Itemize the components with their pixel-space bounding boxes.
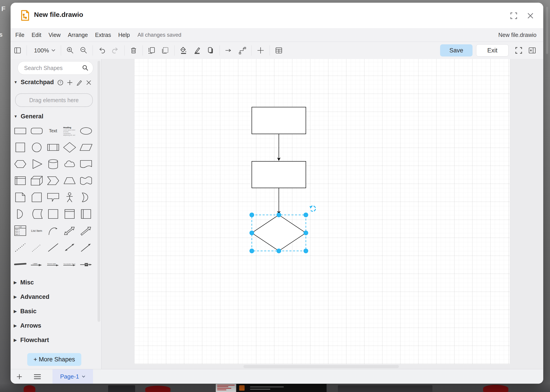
shape-directional-connector[interactable] xyxy=(78,239,94,256)
shape-list-item[interactable]: List Item xyxy=(28,222,45,239)
waypoints-icon[interactable] xyxy=(237,45,248,56)
drawing-page[interactable] xyxy=(135,59,510,364)
shape-square[interactable] xyxy=(12,139,28,156)
shape-dotted-line[interactable] xyxy=(28,239,45,256)
shadow-icon[interactable] xyxy=(205,45,216,56)
pages-menu-icon[interactable] xyxy=(32,371,43,382)
exit-button[interactable]: Exit xyxy=(476,44,508,56)
scratchpad-dropzone[interactable]: Drag elements here xyxy=(15,93,93,107)
line-color-icon[interactable] xyxy=(192,45,202,56)
flowchart-diagram[interactable] xyxy=(135,59,510,364)
shape-horizontal-container[interactable] xyxy=(78,206,94,222)
more-shapes-button[interactable]: + More Shapes xyxy=(27,353,81,366)
menu-extras[interactable]: Extras xyxy=(95,32,111,38)
shape-card[interactable] xyxy=(28,189,45,206)
shape-vertical-container[interactable] xyxy=(61,206,78,222)
shape-document[interactable] xyxy=(78,156,94,172)
section-misc[interactable]: ▶ Misc xyxy=(14,279,34,286)
menu-arrange[interactable]: Arrange xyxy=(68,32,88,38)
scratchpad-edit-icon[interactable] xyxy=(75,78,84,87)
section-arrows[interactable]: ▶ Arrows xyxy=(14,322,41,329)
shape-rounded-rectangle[interactable] xyxy=(28,122,45,139)
shape-container[interactable] xyxy=(45,206,61,222)
shape-ellipse[interactable] xyxy=(78,122,94,139)
shape-cube[interactable] xyxy=(28,172,45,189)
section-advanced[interactable]: ▶ Advanced xyxy=(14,294,49,301)
shape-text[interactable]: Text xyxy=(45,122,61,139)
menu-edit[interactable]: Edit xyxy=(32,32,41,38)
format-panel-toggle-icon[interactable] xyxy=(527,45,537,56)
flow-diamond-selected[interactable] xyxy=(252,215,306,251)
shape-note[interactable] xyxy=(12,189,28,206)
shape-trapezoid[interactable] xyxy=(61,172,78,189)
redo-icon[interactable] xyxy=(110,45,121,56)
zoom-in-icon[interactable] xyxy=(65,45,75,56)
shape-bidirectional-arrow[interactable] xyxy=(61,222,78,239)
shape-curve[interactable] xyxy=(45,222,61,239)
shape-hexagon[interactable] xyxy=(12,156,28,172)
shape-arrow-source-label[interactable]: SourceLabel xyxy=(45,256,61,272)
selection-handle-s[interactable] xyxy=(277,249,281,253)
shape-step[interactable] xyxy=(45,172,61,189)
to-back-icon[interactable] xyxy=(160,45,171,56)
shape-process[interactable] xyxy=(45,139,61,156)
shape-arrow-source-label-target[interactable]: SourceLabelTarget xyxy=(61,256,78,272)
selection-handle-ne[interactable] xyxy=(304,213,308,217)
flow-arrow-2[interactable] xyxy=(277,188,281,214)
undo-icon[interactable] xyxy=(97,45,107,56)
shape-line[interactable] xyxy=(45,239,61,256)
shape-actor[interactable] xyxy=(61,189,78,206)
toggle-left-panel-icon[interactable] xyxy=(12,45,23,56)
search-shapes-box[interactable] xyxy=(18,61,93,75)
insert-icon[interactable] xyxy=(255,45,266,56)
scratchpad-help-icon[interactable]: ? xyxy=(56,78,65,87)
selection-handle-nw[interactable] xyxy=(250,213,254,217)
shape-circle[interactable] xyxy=(28,139,45,156)
window-close-button[interactable] xyxy=(525,11,535,21)
delete-icon[interactable] xyxy=(128,45,139,56)
shape-data-storage[interactable] xyxy=(28,206,45,222)
shape-link[interactable] xyxy=(12,256,28,272)
flow-rectangle-1[interactable] xyxy=(252,107,306,134)
shape-triangle[interactable] xyxy=(28,156,45,172)
zoom-dropdown[interactable]: 100% xyxy=(34,47,55,54)
zoom-out-icon[interactable] xyxy=(78,45,89,56)
menu-file[interactable]: File xyxy=(15,32,24,38)
shape-internal-storage[interactable] xyxy=(12,172,28,189)
selection-handle-n[interactable] xyxy=(277,213,281,217)
selection-handle-e[interactable] xyxy=(304,231,308,235)
menu-help[interactable]: Help xyxy=(118,32,130,38)
shape-arrow[interactable] xyxy=(78,222,94,239)
shape-arrow-with-box[interactable] xyxy=(78,256,94,272)
selection-handle-w[interactable] xyxy=(250,231,254,235)
search-input[interactable] xyxy=(24,65,81,71)
connection-arrow-icon[interactable] xyxy=(224,45,234,56)
to-front-icon[interactable] xyxy=(147,45,157,56)
diagram-canvas[interactable] xyxy=(102,59,543,369)
shape-rectangle[interactable] xyxy=(12,122,28,139)
page-tab[interactable]: Page-1 xyxy=(52,369,93,384)
selection-handle-sw[interactable] xyxy=(250,249,254,253)
shape-and[interactable] xyxy=(12,206,28,222)
shape-diamond[interactable] xyxy=(61,139,78,156)
save-button[interactable]: Save xyxy=(440,44,472,56)
table-icon[interactable] xyxy=(274,45,284,56)
fullscreen-icon[interactable] xyxy=(514,45,524,56)
selection-handle-se[interactable] xyxy=(304,249,308,253)
shape-cylinder[interactable] xyxy=(45,156,61,172)
shape-callout[interactable] xyxy=(45,189,61,206)
shape-or[interactable] xyxy=(78,189,94,206)
menu-view[interactable]: View xyxy=(48,32,61,38)
flow-arrow-1[interactable] xyxy=(277,134,281,161)
sidebar-scrollbar[interactable] xyxy=(98,61,100,322)
shape-cloud[interactable] xyxy=(61,156,78,172)
section-flowchart[interactable]: ▶ Flowchart xyxy=(14,337,49,344)
rotate-handle-icon[interactable] xyxy=(309,206,315,211)
section-general[interactable]: ▼ General xyxy=(14,113,43,120)
shape-textbox[interactable]: HeadingLorem ipsum dolor sit amet, conse… xyxy=(61,122,78,139)
shape-list[interactable]: ListItem 1Item 2Item 3 xyxy=(12,222,28,239)
shape-dashed-line[interactable] xyxy=(12,239,28,256)
window-fullscreen-button[interactable] xyxy=(509,11,519,21)
flow-rectangle-2[interactable] xyxy=(252,161,306,188)
scratchpad-add-icon[interactable] xyxy=(65,78,75,87)
